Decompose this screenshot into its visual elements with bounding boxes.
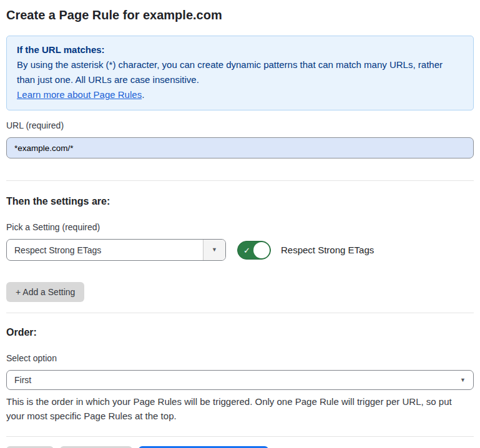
section-divider	[6, 180, 474, 181]
link-suffix: .	[142, 89, 144, 100]
setting-toggle-label: Respect Strong ETags	[281, 245, 374, 255]
toggle-knob	[253, 242, 270, 258]
setting-select-arrow-button[interactable]: ▼	[203, 240, 225, 260]
settings-section-heading: Then the settings are:	[6, 195, 474, 208]
order-description: This is the order in which your Page Rul…	[6, 394, 471, 423]
section-divider	[6, 313, 474, 313]
section-divider	[6, 436, 474, 437]
order-select-label: Select option	[6, 353, 474, 364]
page-rule-form: Create a Page Rule for example.com If th…	[0, 0, 480, 448]
order-select[interactable]: First ▼	[6, 370, 474, 390]
setting-toggle-group: ✓ Respect Strong ETags	[237, 241, 374, 260]
order-select-value: First	[14, 375, 460, 385]
setting-toggle[interactable]: ✓	[237, 241, 271, 260]
check-icon: ✓	[243, 246, 250, 254]
chevron-down-icon: ▼	[212, 247, 217, 253]
info-link-line: Learn more about Page Rules.	[17, 87, 463, 102]
add-setting-button[interactable]: + Add a Setting	[6, 282, 84, 302]
page-title: Create a Page Rule for example.com	[6, 7, 474, 22]
info-body-text: By using the asterisk (*) character, you…	[17, 57, 463, 87]
order-section-heading: Order:	[6, 326, 474, 339]
setting-select[interactable]: Respect Strong ETags ▼	[6, 239, 226, 261]
setting-select-value: Respect Strong ETags	[7, 240, 203, 260]
url-match-info-callout: If the URL matches: By using the asteris…	[6, 36, 474, 110]
chevron-down-icon: ▼	[460, 377, 466, 383]
url-field-label: URL (required)	[6, 120, 474, 131]
setting-row: Respect Strong ETags ▼ ✓ Respect Strong …	[6, 239, 474, 261]
learn-more-link[interactable]: Learn more about Page Rules	[17, 89, 142, 100]
info-heading: If the URL matches:	[17, 42, 463, 57]
pick-setting-label: Pick a Setting (required)	[6, 222, 474, 233]
url-input[interactable]	[6, 137, 474, 158]
